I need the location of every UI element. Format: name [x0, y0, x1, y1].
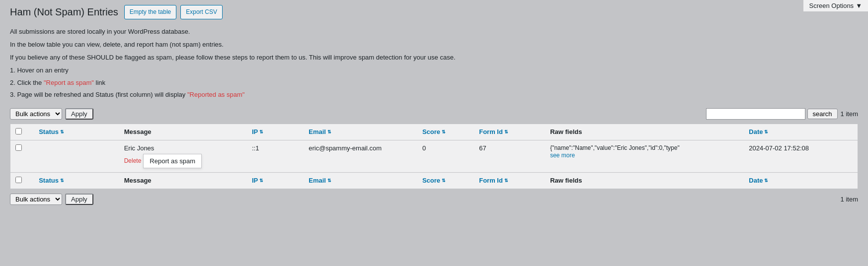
row-formid-cell: 67: [474, 140, 545, 172]
th-footer-status: Status ⇅: [34, 172, 119, 189]
top-bulk-actions-select[interactable]: Bulk actions: [10, 108, 62, 120]
select-all-checkbox[interactable]: [15, 128, 22, 134]
bottom-toolbar-left: Bulk actions Apply: [10, 194, 93, 205]
info-step-3: 3. Page will be refreshed and Status (fi…: [10, 89, 858, 100]
info-line2: In the below table you can view, delete,…: [10, 39, 858, 50]
empty-table-button[interactable]: Empty the table: [124, 5, 176, 19]
th-footer-date: Date ⇅: [744, 172, 858, 189]
bottom-toolbar: Bulk actions Apply 1 item: [10, 194, 858, 205]
th-footer-email: Email ⇅: [304, 172, 417, 189]
row-status-cell: [34, 140, 119, 172]
row-email-cell: eric@spammy-email.com: [304, 140, 417, 172]
reported-as-spam-link: "Reported as spam": [187, 91, 244, 98]
th-footer-email-label: Email: [309, 177, 326, 184]
sort-score-link[interactable]: Score ⇅: [422, 128, 446, 135]
row-checkbox-cell: [10, 140, 34, 172]
th-footer-score: Score ⇅: [417, 172, 474, 189]
th-checkbox: [10, 124, 34, 140]
th-email: Email ⇅: [304, 124, 417, 140]
sort-footer-email-link[interactable]: Email ⇅: [309, 177, 331, 184]
th-date: Date ⇅: [744, 124, 858, 140]
th-footer-status-label: Status: [39, 177, 59, 184]
ip-sort-arrows: ⇅: [259, 130, 263, 134]
sort-footer-score-link[interactable]: Score ⇅: [422, 177, 446, 184]
th-footer-formid: Form Id ⇅: [474, 172, 545, 189]
page-title: Ham (Not Spam) Entries: [10, 6, 118, 18]
th-footer-formid-label: Form Id: [479, 177, 503, 184]
th-status: Status ⇅: [34, 124, 119, 140]
th-formid-label: Form Id: [479, 128, 503, 135]
row-score-cell: 0: [417, 140, 474, 172]
footer-select-all-checkbox[interactable]: [15, 177, 22, 183]
row-score-value: 0: [422, 144, 426, 152]
bottom-apply-button[interactable]: Apply: [65, 194, 93, 205]
export-csv-button[interactable]: Export CSV: [180, 5, 223, 19]
footer-ip-sort-arrows: ⇅: [259, 178, 263, 183]
search-input[interactable]: [706, 108, 805, 120]
row-rawfields-value: {"name":"Name","value":"Eric Jones","id"…: [550, 144, 684, 151]
th-status-label: Status: [39, 128, 59, 135]
th-footer-score-label: Score: [422, 177, 440, 184]
screen-options-label: Screen Options: [809, 2, 854, 9]
th-message-label: Message: [124, 128, 152, 135]
th-ip-label: IP: [252, 128, 258, 135]
top-toolbar-right: search 1 item: [706, 108, 858, 120]
screen-options-arrow: ▼: [856, 2, 862, 9]
th-raw-fields: Raw fields: [545, 124, 744, 140]
th-footer-date-label: Date: [749, 177, 763, 184]
info-line3: If you believe any of these SHOULD be fl…: [10, 52, 858, 63]
sort-footer-date-link[interactable]: Date ⇅: [749, 177, 768, 184]
screen-options-button[interactable]: Screen Options ▼: [803, 0, 868, 12]
row-formid-value: 67: [479, 144, 486, 152]
th-score: Score ⇅: [417, 124, 474, 140]
top-toolbar-left: Bulk actions Apply: [10, 108, 93, 120]
table-row: Eric Jones Delete Report as spam ::1 eri…: [10, 140, 858, 172]
formid-sort-arrows: ⇅: [504, 130, 508, 134]
sort-footer-status-link[interactable]: Status ⇅: [39, 177, 64, 184]
sort-email-link[interactable]: Email ⇅: [309, 128, 331, 135]
search-button[interactable]: search: [807, 109, 838, 119]
row-ip-value: ::1: [252, 144, 259, 152]
th-date-label: Date: [749, 128, 763, 135]
bottom-bulk-actions-select[interactable]: Bulk actions: [10, 194, 62, 205]
report-as-spam-link[interactable]: "Report as spam": [44, 79, 94, 86]
row-email-value: eric@spammy-email.com: [309, 144, 382, 152]
th-ip: IP ⇅: [247, 124, 304, 140]
see-more-link[interactable]: see more: [550, 152, 575, 159]
top-item-count: 1 item: [841, 110, 858, 118]
table-footer-header-row: Status ⇅ Message IP ⇅ Email ⇅: [10, 172, 858, 189]
row-date-value: 2024-07-02 17:52:08: [749, 144, 809, 152]
th-form-id: Form Id ⇅: [474, 124, 545, 140]
footer-date-sort-arrows: ⇅: [764, 178, 768, 183]
th-footer-rawfields: Raw fields: [545, 172, 744, 189]
row-message-value: Eric Jones: [124, 144, 155, 152]
th-message: Message: [119, 124, 247, 140]
delete-action[interactable]: Delete: [124, 157, 142, 164]
info-line1: All submissions are stored locally in yo…: [10, 26, 858, 37]
top-apply-button[interactable]: Apply: [65, 108, 93, 120]
sort-footer-ip-link[interactable]: IP ⇅: [252, 177, 263, 184]
th-footer-rawfields-label: Raw fields: [550, 177, 582, 184]
sort-footer-formid-link[interactable]: Form Id ⇅: [479, 177, 508, 184]
th-email-label: Email: [309, 128, 326, 135]
row-date-cell: 2024-07-02 17:52:08: [744, 140, 858, 172]
footer-score-sort-arrows: ⇅: [442, 178, 446, 183]
row-checkbox[interactable]: [15, 144, 22, 151]
th-footer-ip-label: IP: [252, 177, 258, 184]
info-section: All submissions are stored locally in yo…: [10, 26, 858, 100]
footer-status-sort-arrows: ⇅: [60, 178, 64, 183]
th-footer-ip: IP ⇅: [247, 172, 304, 189]
top-toolbar: Bulk actions Apply search 1 item: [10, 108, 858, 120]
th-rawfields-label: Raw fields: [550, 128, 582, 135]
info-step-1: 1. Hover on an entry: [10, 65, 858, 76]
sort-formid-link[interactable]: Form Id ⇅: [479, 128, 508, 135]
search-container: search: [706, 108, 838, 120]
sort-status-link[interactable]: Status ⇅: [39, 128, 64, 135]
sort-ip-link[interactable]: IP ⇅: [252, 128, 263, 135]
row-message-cell: Eric Jones Delete Report as spam: [119, 140, 247, 172]
page-header: Ham (Not Spam) Entries Empty the table E…: [10, 5, 858, 19]
report-as-spam-popup[interactable]: Report as spam: [143, 154, 202, 168]
sort-date-link[interactable]: Date ⇅: [749, 128, 768, 135]
info-steps: 1. Hover on an entry 2. Click the "Repor…: [10, 65, 858, 100]
entries-table: Status ⇅ Message IP ⇅ Email ⇅: [10, 124, 858, 189]
